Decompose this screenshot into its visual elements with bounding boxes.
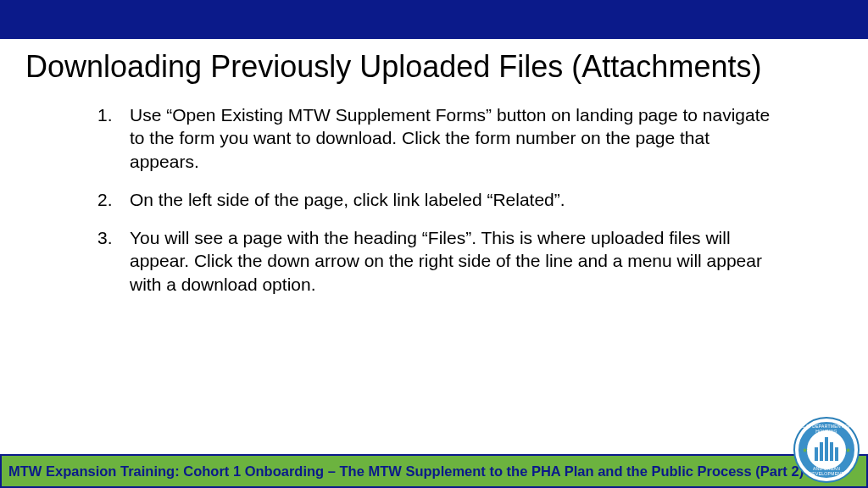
step-list: Use “Open Existing MTW Supplement Forms”… — [97, 103, 771, 296]
footer-bar: MTW Expansion Training: Cohort 1 Onboard… — [0, 454, 868, 488]
step-item: On the left side of the page, click link… — [97, 188, 771, 211]
step-item: You will see a page with the heading “Fi… — [97, 226, 771, 296]
content-area: Use “Open Existing MTW Supplement Forms”… — [0, 85, 868, 296]
slide-title: Downloading Previously Uploaded Files (A… — [0, 39, 868, 85]
seal-text-bottom: AND URBAN DEVELOPMENT — [795, 466, 858, 476]
hud-seal-icon: U.S. DEPARTMENT OF HOUSING AND URBAN DEV… — [793, 417, 860, 483]
seal-buildings-icon — [809, 432, 844, 468]
star-icon: ★ — [845, 446, 851, 454]
seal-text-top: U.S. DEPARTMENT OF HOUSING — [795, 424, 858, 434]
star-icon: ★ — [802, 446, 808, 454]
step-item: Use “Open Existing MTW Supplement Forms”… — [97, 103, 771, 173]
header-bar — [0, 0, 868, 39]
footer-text: MTW Expansion Training: Cohort 1 Onboard… — [8, 463, 804, 480]
